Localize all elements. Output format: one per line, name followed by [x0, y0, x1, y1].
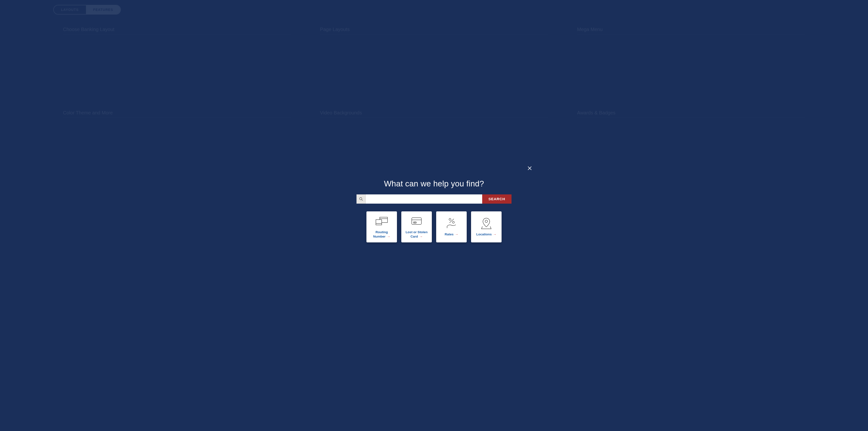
quick-link-rates[interactable]: Rates →: [436, 211, 467, 242]
svg-line-3: [362, 200, 363, 200]
search-modal-overlay: What can we help you find? SEARCH: [0, 0, 868, 431]
search-bar: SEARCH: [356, 194, 512, 204]
svg-rect-8: [412, 218, 422, 225]
quick-link-label: Routing Number →: [368, 230, 395, 238]
svg-point-11: [415, 222, 416, 223]
svg-line-14: [450, 219, 454, 223]
modal-title: What can we help you find?: [356, 179, 512, 188]
quick-links-row: Routing Number → Lost or Stolen Card →: [356, 211, 512, 242]
svg-point-10: [413, 222, 415, 223]
quick-link-lost-card[interactable]: Lost or Stolen Card →: [401, 211, 432, 242]
routing-icon: [375, 215, 389, 227]
search-modal: What can we help you find? SEARCH: [356, 179, 512, 242]
quick-link-label: Lost or Stolen Card →: [403, 230, 430, 238]
arrow-icon: →: [454, 232, 458, 236]
card-icon: [411, 215, 423, 227]
rates-icon: [445, 217, 457, 229]
svg-point-13: [453, 221, 454, 223]
location-icon: [481, 217, 492, 229]
quick-link-locations[interactable]: Locations →: [471, 211, 502, 242]
search-icon-box: [356, 194, 366, 204]
svg-point-12: [449, 219, 451, 220]
search-input[interactable]: [366, 194, 482, 204]
close-button[interactable]: [526, 165, 533, 172]
quick-link-label: Locations →: [476, 232, 496, 237]
search-button[interactable]: SEARCH: [482, 194, 512, 204]
svg-point-2: [360, 197, 362, 200]
quick-link-routing-number[interactable]: Routing Number →: [366, 211, 397, 242]
arrow-icon: →: [418, 235, 423, 238]
arrow-icon: →: [386, 235, 390, 238]
svg-point-16: [485, 220, 488, 223]
quick-link-label: Rates →: [445, 232, 458, 237]
arrow-icon: →: [492, 232, 496, 236]
svg-rect-6: [376, 220, 382, 225]
close-icon: [527, 166, 532, 170]
search-icon: [359, 197, 363, 201]
